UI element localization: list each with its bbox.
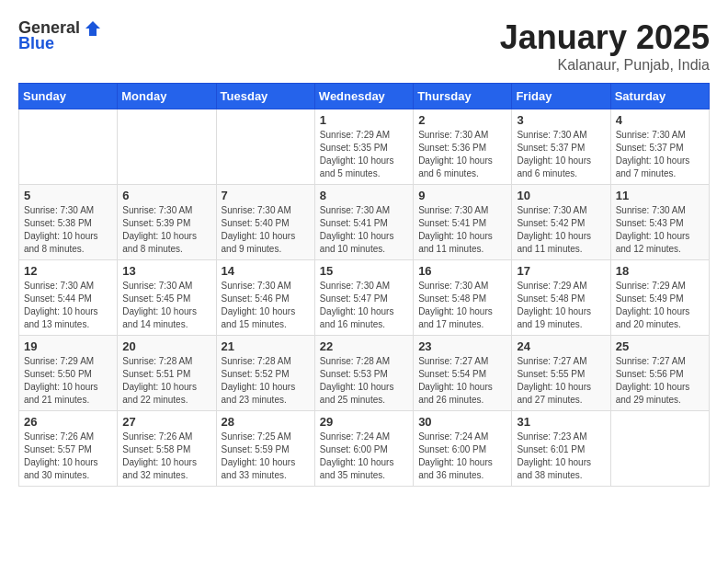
day-number: 30 [418, 415, 506, 429]
calendar-cell: 22Sunrise: 7:28 AM Sunset: 5:53 PM Dayli… [314, 336, 413, 411]
day-info: Sunrise: 7:28 AM Sunset: 5:51 PM Dayligh… [122, 355, 210, 407]
day-info: Sunrise: 7:30 AM Sunset: 5:40 PM Dayligh… [222, 204, 310, 256]
weekday-header-friday: Friday [512, 84, 610, 109]
day-number: 25 [616, 339, 704, 353]
calendar-cell [216, 109, 314, 185]
weekday-header-monday: Monday [118, 84, 216, 109]
day-number: 3 [517, 113, 605, 127]
day-info: Sunrise: 7:29 AM Sunset: 5:50 PM Dayligh… [24, 355, 112, 407]
calendar-cell: 14Sunrise: 7:30 AM Sunset: 5:46 PM Dayli… [216, 260, 314, 336]
day-number: 12 [24, 264, 112, 278]
calendar-cell [610, 411, 709, 487]
day-info: Sunrise: 7:23 AM Sunset: 6:01 PM Dayligh… [517, 431, 605, 482]
day-info: Sunrise: 7:27 AM Sunset: 5:55 PM Dayligh… [517, 355, 605, 407]
day-info: Sunrise: 7:27 AM Sunset: 5:56 PM Dayligh… [616, 355, 704, 407]
week-row-1: 1Sunrise: 7:29 AM Sunset: 5:35 PM Daylig… [19, 109, 710, 185]
calendar-cell: 6Sunrise: 7:30 AM Sunset: 5:39 PM Daylig… [118, 185, 216, 260]
calendar-cell: 16Sunrise: 7:30 AM Sunset: 5:48 PM Dayli… [414, 260, 512, 336]
day-info: Sunrise: 7:30 AM Sunset: 5:46 PM Dayligh… [222, 280, 310, 331]
day-number: 31 [517, 415, 605, 429]
day-number: 9 [418, 189, 506, 202]
day-info: Sunrise: 7:26 AM Sunset: 5:58 PM Dayligh… [122, 431, 210, 482]
day-info: Sunrise: 7:24 AM Sunset: 6:00 PM Dayligh… [418, 431, 506, 482]
day-number: 19 [24, 339, 112, 353]
day-number: 23 [418, 339, 506, 353]
day-info: Sunrise: 7:29 AM Sunset: 5:35 PM Dayligh… [320, 129, 408, 180]
weekday-header-tuesday: Tuesday [216, 84, 314, 109]
logo-icon [84, 19, 102, 38]
day-number: 2 [418, 113, 506, 127]
calendar-cell: 11Sunrise: 7:30 AM Sunset: 5:43 PM Dayli… [610, 185, 709, 260]
calendar-cell: 25Sunrise: 7:27 AM Sunset: 5:56 PM Dayli… [610, 336, 709, 411]
logo: General Blue [18, 18, 102, 53]
day-info: Sunrise: 7:30 AM Sunset: 5:37 PM Dayligh… [616, 129, 704, 180]
day-number: 18 [616, 264, 704, 278]
subtitle: Kalanaur, Punjab, India [500, 57, 710, 74]
day-info: Sunrise: 7:30 AM Sunset: 5:42 PM Dayligh… [517, 204, 605, 256]
page-header: General Blue January 2025 Kalanaur, Punj… [18, 18, 710, 74]
calendar-cell: 7Sunrise: 7:30 AM Sunset: 5:40 PM Daylig… [216, 185, 314, 260]
day-info: Sunrise: 7:30 AM Sunset: 5:45 PM Dayligh… [122, 280, 210, 331]
week-row-2: 5Sunrise: 7:30 AM Sunset: 5:38 PM Daylig… [19, 185, 710, 260]
calendar-cell: 29Sunrise: 7:24 AM Sunset: 6:00 PM Dayli… [314, 411, 413, 487]
calendar-cell: 13Sunrise: 7:30 AM Sunset: 5:45 PM Dayli… [118, 260, 216, 336]
day-number: 15 [320, 264, 408, 278]
day-info: Sunrise: 7:28 AM Sunset: 5:52 PM Dayligh… [222, 355, 310, 407]
day-info: Sunrise: 7:28 AM Sunset: 5:53 PM Dayligh… [320, 355, 408, 407]
weekday-header-thursday: Thursday [414, 84, 512, 109]
calendar-cell: 20Sunrise: 7:28 AM Sunset: 5:51 PM Dayli… [118, 336, 216, 411]
calendar-cell: 17Sunrise: 7:29 AM Sunset: 5:48 PM Dayli… [512, 260, 610, 336]
calendar-cell: 4Sunrise: 7:30 AM Sunset: 5:37 PM Daylig… [610, 109, 709, 185]
calendar-cell: 3Sunrise: 7:30 AM Sunset: 5:37 PM Daylig… [512, 109, 610, 185]
calendar-cell [118, 109, 216, 185]
logo-blue: Blue [18, 34, 54, 53]
calendar-cell: 15Sunrise: 7:30 AM Sunset: 5:47 PM Dayli… [314, 260, 413, 336]
week-row-4: 19Sunrise: 7:29 AM Sunset: 5:50 PM Dayli… [19, 336, 710, 411]
day-number: 27 [122, 415, 210, 429]
weekday-header-sunday: Sunday [19, 84, 118, 109]
day-info: Sunrise: 7:27 AM Sunset: 5:54 PM Dayligh… [418, 355, 506, 407]
weekday-header-wednesday: Wednesday [314, 84, 413, 109]
calendar-cell: 18Sunrise: 7:29 AM Sunset: 5:49 PM Dayli… [610, 260, 709, 336]
calendar-cell: 19Sunrise: 7:29 AM Sunset: 5:50 PM Dayli… [19, 336, 118, 411]
day-number: 29 [320, 415, 408, 429]
calendar-cell: 5Sunrise: 7:30 AM Sunset: 5:38 PM Daylig… [19, 185, 118, 260]
day-number: 21 [222, 339, 310, 353]
day-info: Sunrise: 7:30 AM Sunset: 5:36 PM Dayligh… [418, 129, 506, 180]
calendar-cell: 24Sunrise: 7:27 AM Sunset: 5:55 PM Dayli… [512, 336, 610, 411]
day-info: Sunrise: 7:25 AM Sunset: 5:59 PM Dayligh… [222, 431, 310, 482]
day-number: 14 [222, 264, 310, 278]
week-row-3: 12Sunrise: 7:30 AM Sunset: 5:44 PM Dayli… [19, 260, 710, 336]
day-number: 1 [320, 113, 408, 127]
day-number: 10 [517, 189, 605, 202]
calendar-cell: 12Sunrise: 7:30 AM Sunset: 5:44 PM Dayli… [19, 260, 118, 336]
day-number: 17 [517, 264, 605, 278]
day-number: 8 [320, 189, 408, 202]
day-number: 4 [616, 113, 704, 127]
svg-marker-0 [85, 21, 100, 36]
day-info: Sunrise: 7:30 AM Sunset: 5:41 PM Dayligh… [320, 204, 408, 256]
weekday-header-row: SundayMondayTuesdayWednesdayThursdayFrid… [19, 84, 710, 109]
day-info: Sunrise: 7:30 AM Sunset: 5:44 PM Dayligh… [24, 280, 112, 331]
day-number: 20 [122, 339, 210, 353]
weekday-header-saturday: Saturday [610, 84, 709, 109]
day-info: Sunrise: 7:29 AM Sunset: 5:48 PM Dayligh… [517, 280, 605, 331]
day-info: Sunrise: 7:30 AM Sunset: 5:47 PM Dayligh… [320, 280, 408, 331]
day-info: Sunrise: 7:26 AM Sunset: 5:57 PM Dayligh… [24, 431, 112, 482]
day-number: 6 [122, 189, 210, 202]
day-number: 11 [616, 189, 704, 202]
calendar-cell [19, 109, 118, 185]
calendar-cell: 9Sunrise: 7:30 AM Sunset: 5:41 PM Daylig… [414, 185, 512, 260]
calendar-cell: 8Sunrise: 7:30 AM Sunset: 5:41 PM Daylig… [314, 185, 413, 260]
calendar-cell: 21Sunrise: 7:28 AM Sunset: 5:52 PM Dayli… [216, 336, 314, 411]
month-title: January 2025 [500, 18, 710, 57]
day-number: 13 [122, 264, 210, 278]
day-info: Sunrise: 7:30 AM Sunset: 5:39 PM Dayligh… [122, 204, 210, 256]
calendar-cell: 1Sunrise: 7:29 AM Sunset: 5:35 PM Daylig… [314, 109, 413, 185]
day-info: Sunrise: 7:30 AM Sunset: 5:41 PM Dayligh… [418, 204, 506, 256]
calendar-cell: 2Sunrise: 7:30 AM Sunset: 5:36 PM Daylig… [414, 109, 512, 185]
day-info: Sunrise: 7:30 AM Sunset: 5:43 PM Dayligh… [616, 204, 704, 256]
day-info: Sunrise: 7:24 AM Sunset: 6:00 PM Dayligh… [320, 431, 408, 482]
day-info: Sunrise: 7:30 AM Sunset: 5:37 PM Dayligh… [517, 129, 605, 180]
calendar: SundayMondayTuesdayWednesdayThursdayFrid… [18, 83, 710, 487]
